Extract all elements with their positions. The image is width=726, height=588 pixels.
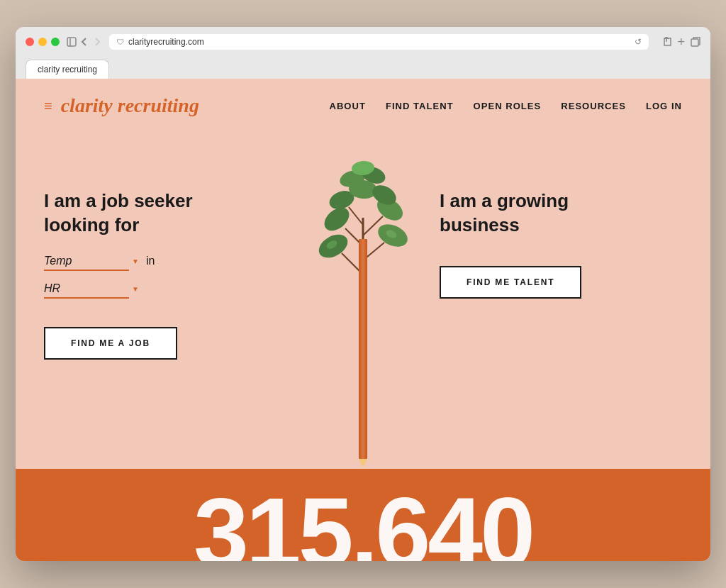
find-job-button[interactable]: FIND ME A JOB — [44, 327, 177, 360]
svg-line-9 — [349, 207, 363, 225]
nav-find-talent[interactable]: FIND TALENT — [386, 101, 454, 111]
business-section: I am a growing business FIND ME TALENT — [440, 147, 682, 469]
hero-section: I am a job seeker looking for Temp Full-… — [16, 133, 710, 469]
nav-log-in[interactable]: LOG IN — [646, 101, 682, 111]
logo-area: ≡ clarity recruiting — [44, 94, 330, 117]
browser-top-bar: 🛡 clarityrecruiting.com ↺ + — [26, 34, 700, 50]
site-logo[interactable]: clarity recruiting — [61, 94, 199, 117]
close-button[interactable] — [26, 38, 34, 46]
business-heading: I am a growing business — [440, 189, 682, 238]
job-type-dropdown[interactable]: Temp Full-time Part-time Contract — [44, 252, 129, 271]
pencil-tip — [359, 459, 367, 467]
tabs-button[interactable] — [691, 37, 700, 47]
browser-actions: + — [661, 35, 700, 50]
industry-dropdown[interactable]: HR Finance Marketing Admin Legal IT — [44, 279, 129, 299]
plant-illustration — [292, 133, 434, 469]
website: ≡ clarity recruiting ABOUT FIND TALENT O… — [16, 79, 710, 561]
nav-about[interactable]: ABOUT — [330, 101, 366, 111]
back-button[interactable] — [79, 37, 89, 47]
industry-row: HR Finance Marketing Admin Legal IT ▼ — [44, 279, 286, 299]
tab-bar: clarity recruiting — [26, 60, 700, 79]
reload-icon: ↺ — [635, 37, 642, 47]
job-seeker-heading: I am a job seeker looking for — [44, 189, 286, 238]
active-tab[interactable]: clarity recruiting — [26, 60, 109, 79]
in-label: in — [146, 255, 155, 267]
shield-icon: 🛡 — [116, 38, 124, 46]
maximize-button[interactable] — [51, 38, 60, 46]
address-bar[interactable]: 🛡 clarityrecruiting.com ↺ — [109, 34, 649, 50]
svg-rect-3 — [691, 39, 698, 46]
job-seeker-section: I am a job seeker looking for Temp Full-… — [44, 147, 286, 469]
find-talent-button[interactable]: FIND ME TALENT — [440, 266, 581, 299]
job-type-row: Temp Full-time Part-time Contract ▼ in — [44, 252, 286, 271]
nav-open-roles[interactable]: OPEN ROLES — [474, 101, 542, 111]
plant-container — [299, 133, 427, 459]
url-text: clarityrecruiting.com — [128, 37, 204, 47]
browser-chrome: 🛡 clarityrecruiting.com ↺ + — [16, 27, 710, 79]
dropdown-arrow-2: ▼ — [132, 285, 139, 293]
nav-resources[interactable]: RESOURCES — [561, 101, 626, 111]
industry-dropdown-wrapper: HR Finance Marketing Admin Legal IT ▼ — [44, 279, 139, 299]
sidebar-toggle-button[interactable] — [67, 37, 77, 47]
stats-section: 315,640 — [16, 469, 710, 561]
svg-rect-0 — [67, 38, 76, 46]
forward-button[interactable] — [92, 37, 102, 47]
stats-numbers: 315,640 — [194, 483, 532, 561]
minimize-button[interactable] — [38, 38, 47, 46]
share-button[interactable] — [661, 37, 671, 47]
job-type-dropdown-wrapper: Temp Full-time Part-time Contract ▼ — [44, 252, 139, 271]
dropdown-arrow-1: ▼ — [132, 257, 139, 265]
new-tab-button[interactable]: + — [677, 35, 685, 50]
traffic-lights — [26, 38, 60, 46]
navigation: ≡ clarity recruiting ABOUT FIND TALENT O… — [16, 79, 710, 133]
nav-controls — [67, 37, 102, 47]
hamburger-menu[interactable]: ≡ — [44, 98, 52, 114]
browser-window: 🛡 clarityrecruiting.com ↺ + — [16, 27, 710, 561]
pencil-body — [359, 239, 367, 459]
nav-links: ABOUT FIND TALENT OPEN ROLES RESOURCES L… — [330, 101, 683, 111]
